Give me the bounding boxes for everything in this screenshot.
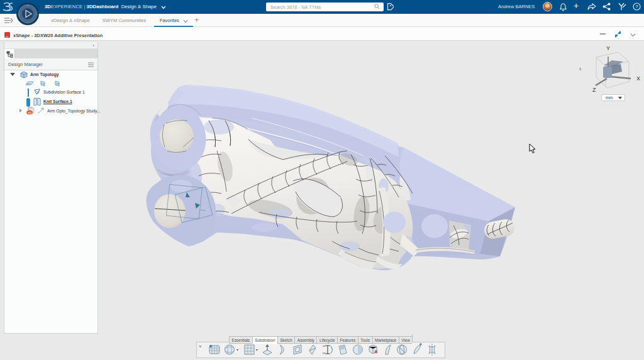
svg-text:X: X bbox=[636, 75, 640, 82]
svg-text:YZ: YZ bbox=[42, 82, 45, 85]
svg-text:Z: Z bbox=[592, 87, 596, 93]
svg-text:XY: XY bbox=[27, 82, 31, 85]
svg-text:Y: Y bbox=[606, 45, 610, 52]
svg-text:SIM: SIM bbox=[28, 112, 31, 114]
svg-text:?: ? bbox=[635, 4, 638, 9]
svg-text:ZX: ZX bbox=[56, 82, 59, 85]
svg-text:+: + bbox=[27, 4, 28, 7]
